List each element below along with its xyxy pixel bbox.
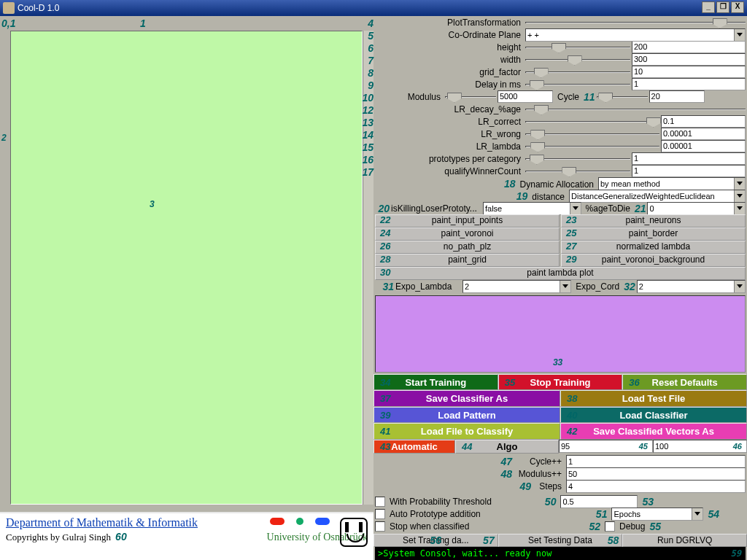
combo-expo-lambda[interactable]: 2 xyxy=(462,280,571,293)
slider-prototypes[interactable] xyxy=(525,154,630,164)
anno-3: 3 xyxy=(150,199,155,209)
main-canvas[interactable]: 3 xyxy=(10,31,363,505)
label-is-killing: isKillingLoserPrototy... xyxy=(391,203,481,214)
combo-coord-plane[interactable]: + + xyxy=(525,28,746,42)
btn-paint-border[interactable]: 25paint_border xyxy=(561,228,746,241)
load-file-classify-button[interactable]: 41Load File to Classify xyxy=(374,423,560,440)
input-lr-wrong[interactable]: 0.00001 xyxy=(661,128,746,140)
slider-height[interactable] xyxy=(525,42,630,52)
save-vectors-button[interactable]: 42Save Classified Vectors As xyxy=(560,423,747,440)
input-prob-threshold[interactable]: 0.5 xyxy=(560,495,638,508)
btn-paint-voronoi-bg[interactable]: 29paint_voronoi_background xyxy=(561,254,746,267)
label-debug: Debug xyxy=(619,521,645,532)
label-auto-prototype: Auto Prototype addition xyxy=(390,509,592,519)
label-grid-factor: grid_factor xyxy=(479,67,521,77)
slider-delay[interactable] xyxy=(525,79,630,90)
input-lr-lambda[interactable]: 0.00001 xyxy=(661,140,746,152)
face-icon xyxy=(340,518,368,547)
input-algo-v2[interactable]: 10046 xyxy=(653,440,747,453)
anno-60: 60 xyxy=(115,531,127,542)
combo-dynamic-alloc[interactable]: by mean method xyxy=(598,177,746,190)
combo-distance[interactable]: DistanceGeneralizedWeightedEuclidean xyxy=(569,190,746,203)
set-testing-data-button[interactable]: Set Testing Data58 xyxy=(498,534,623,547)
stop-training-button[interactable]: 35Stop Training xyxy=(498,374,623,391)
chevron-down-icon xyxy=(570,203,581,214)
btn-paint-neurons[interactable]: 23paint_neurons xyxy=(561,214,746,228)
btn-no-path[interactable]: 26no_path_plz xyxy=(375,241,560,254)
btn-norm-lambda[interactable]: 27normalized lambda xyxy=(561,241,746,254)
btn-paint-grid[interactable]: 28paint_grid xyxy=(375,254,560,267)
label-modulus: Modulus xyxy=(408,92,441,102)
input-cycle[interactable]: 20 xyxy=(649,90,705,103)
run-dgrlvq-button[interactable]: Run DGRLVQ xyxy=(622,534,747,547)
reset-defaults-button[interactable]: 36Reset Defaults xyxy=(622,374,747,391)
input-moduluspp[interactable]: 50 xyxy=(566,467,746,481)
maximize-button[interactable]: ❐ xyxy=(716,1,729,13)
save-classifier-button[interactable]: 37Save Classifier As xyxy=(374,390,560,407)
slider-lr-wrong[interactable] xyxy=(525,129,659,139)
label-delay: Delay in ms xyxy=(475,79,521,90)
slider-width[interactable] xyxy=(525,55,630,65)
slider-cycle[interactable] xyxy=(597,92,648,102)
combo-epochs[interactable]: Epochs xyxy=(611,508,703,521)
label-prob-threshold: With Probability Threshold xyxy=(390,497,541,507)
label-stop-classified: Stop when classified xyxy=(390,521,584,532)
combo-is-killing[interactable]: false xyxy=(483,202,581,215)
input-modulus[interactable]: 5000 xyxy=(498,90,553,103)
chevron-down-icon xyxy=(692,508,703,520)
input-height[interactable]: 200 xyxy=(632,41,746,53)
chk-debug[interactable] xyxy=(605,521,615,532)
input-grid-factor[interactable]: 10 xyxy=(632,66,746,78)
chevron-down-icon xyxy=(734,203,745,214)
window-title: Cool-D 1.0 xyxy=(18,3,59,13)
chevron-down-icon xyxy=(734,281,745,292)
slider-plot-transformation[interactable] xyxy=(525,18,746,28)
chevron-down-icon xyxy=(734,178,745,190)
combo-expo-cord[interactable]: 2 xyxy=(637,280,746,293)
input-qualify[interactable]: 1 xyxy=(632,165,746,177)
input-width[interactable]: 300 xyxy=(632,53,746,66)
minimize-button[interactable]: _ xyxy=(702,1,715,13)
load-classifier-button[interactable]: 40Load Classifier xyxy=(560,407,747,424)
left-pane: 0,1 1 2 3 Department of Mathematik & Inf… xyxy=(0,16,374,560)
slider-lr-correct[interactable] xyxy=(525,117,659,127)
close-button[interactable]: X xyxy=(731,1,744,13)
slider-grid-factor[interactable] xyxy=(525,67,630,77)
input-steps[interactable]: 4 xyxy=(566,480,746,493)
input-lr-correct[interactable]: 0.1 xyxy=(661,115,746,128)
label-cycle: Cycle xyxy=(554,92,582,102)
start-training-button[interactable]: 34Start Training xyxy=(374,374,498,391)
app-icon xyxy=(3,2,15,14)
label-expo-cord: Expo_Cord xyxy=(573,281,622,292)
chk-auto-prototype[interactable] xyxy=(375,509,385,519)
combo-age-to-die[interactable]: 0 xyxy=(647,202,746,215)
anno-2: 2 xyxy=(1,133,7,143)
input-cyclepp[interactable]: 1 xyxy=(566,455,746,468)
algo-button[interactable]: 44Algo xyxy=(455,440,559,454)
input-prototypes[interactable]: 1 xyxy=(632,152,746,165)
chk-stop-classified[interactable] xyxy=(375,521,385,532)
title-bar: Cool-D 1.0 _ ❐ X xyxy=(0,0,747,16)
btn-paint-voronoi[interactable]: 24paint_voronoi xyxy=(375,228,560,241)
slider-lr-decay[interactable] xyxy=(525,104,746,114)
label-cyclepp: Cycle++ xyxy=(514,456,565,467)
label-steps: Steps xyxy=(533,481,565,491)
footer-panel: Department of Mathematik & Informatik Co… xyxy=(0,512,374,560)
load-test-file-button[interactable]: 38Load Test File xyxy=(560,390,747,407)
anno-0-1: 0,1 xyxy=(1,18,15,29)
secondary-canvas[interactable]: 33 xyxy=(375,295,746,373)
chevron-down-icon xyxy=(734,29,745,41)
input-delay[interactable]: 1 xyxy=(632,78,746,90)
btn-paint-lambda[interactable]: 30paint lambda plot xyxy=(375,267,746,280)
automatic-button[interactable]: 43Automatic xyxy=(374,440,455,454)
set-training-data-button[interactable]: 56Set Training da...57 xyxy=(374,534,498,547)
slider-lr-lambda[interactable] xyxy=(525,141,659,152)
label-expo-lambda: Expo_Lambda xyxy=(395,281,461,292)
chevron-down-icon xyxy=(734,190,745,202)
slider-modulus[interactable] xyxy=(445,92,496,102)
slider-qualify[interactable] xyxy=(525,166,630,176)
btn-paint-input[interactable]: 22paint_input_points xyxy=(375,214,560,228)
chk-prob-threshold[interactable] xyxy=(375,497,385,507)
input-algo-v1[interactable]: 9545 xyxy=(559,440,653,453)
load-pattern-button[interactable]: 39Load Pattern xyxy=(374,407,560,424)
